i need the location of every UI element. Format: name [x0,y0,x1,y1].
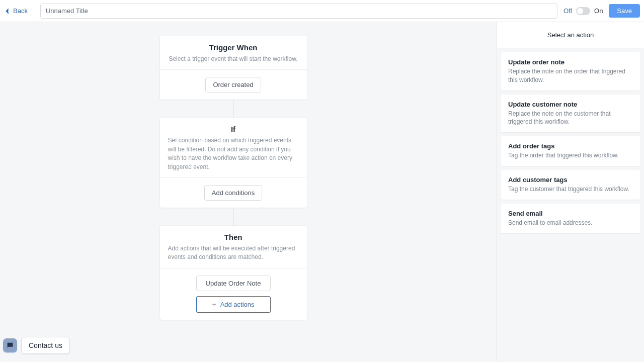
action-option-desc: Send email to email addresses. [508,219,633,227]
toggle-off-label: Off [564,7,572,15]
trigger-card: Trigger When Select a trigger event that… [160,36,307,100]
workflow-canvas: Trigger When Select a trigger event that… [0,22,497,362]
connector-line [233,100,233,118]
action-chip-update-order-note[interactable]: Update Order Note [196,276,271,291]
action-sidebar: Select an action Update order noteReplac… [497,22,644,362]
action-option[interactable]: Update order noteReplace the note on the… [501,52,640,90]
plus-icon: + [212,301,216,308]
add-actions-label: Add actions [220,301,255,308]
action-option[interactable]: Add customer tagsTag the customer that t… [501,170,640,200]
save-button[interactable]: Save [609,4,640,18]
action-option[interactable]: Add order tagsTag the order that trigger… [501,136,640,166]
action-option-title: Add customer tags [508,176,633,184]
action-option-desc: Replace the note on the customer that tr… [508,110,633,127]
action-list: Update order noteReplace the note on the… [497,48,644,237]
add-conditions-button[interactable]: Add conditions [204,185,262,201]
contact-widget: Contact us [3,337,70,354]
trigger-subtitle: Select a trigger event that will start t… [168,55,299,63]
add-actions-button[interactable]: + Add actions [196,296,271,313]
top-bar: Back Off On Save [0,0,644,22]
action-option-desc: Replace the note on the order that trigg… [508,67,633,84]
action-option-title: Update order note [508,58,633,66]
toggle-on-label: On [594,7,603,15]
workflow-title-input[interactable] [40,4,557,19]
sidebar-title: Select an action [502,31,639,39]
contact-us-button[interactable]: Contact us [21,337,70,354]
action-option-title: Update customer note [508,101,633,108]
action-option[interactable]: Update customer noteReplace the note on … [501,95,640,133]
trigger-event-button[interactable]: Order created [205,77,261,93]
action-option-desc: Tag the customer that triggered this wor… [508,185,633,194]
action-option[interactable]: Send emailSend email to email addresses. [501,204,640,233]
chat-icon-button[interactable] [3,338,17,352]
then-card: Then Add actions that will be executed a… [160,226,307,320]
chat-icon [6,341,14,349]
condition-card: If Set condition based on which triggere… [160,118,307,208]
action-option-title: Send email [508,210,633,217]
connector-line [233,208,233,226]
enable-toggle[interactable] [576,7,590,15]
action-option-title: Add order tags [508,142,633,150]
back-button[interactable]: Back [4,0,34,22]
enable-toggle-group: Off On [564,7,603,15]
condition-title: If [168,125,299,133]
action-option-desc: Tag the order that triggered this workfl… [508,151,633,160]
then-title: Then [168,233,299,241]
trigger-title: Trigger When [168,43,299,52]
arrow-left-icon [4,8,11,15]
back-label: Back [13,7,28,15]
condition-subtitle: Set condition based on which triggered e… [168,136,299,171]
then-subtitle: Add actions that will be executed after … [168,244,299,262]
